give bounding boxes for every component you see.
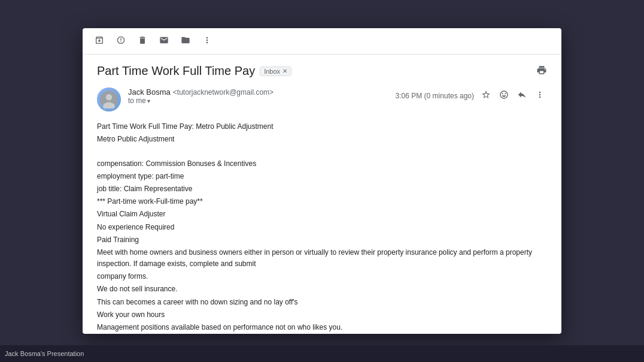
badge-close-icon[interactable]: ✕: [282, 68, 287, 74]
sender-name-row: Jack Bosma <tutorjacknetwork@gmail.com>: [128, 88, 388, 96]
email-icon[interactable]: [157, 33, 171, 49]
email-timestamp: 3:06 PM (0 minutes ago): [396, 92, 474, 100]
body-line-8: No experience Required: [97, 222, 547, 233]
delete-icon[interactable]: [135, 33, 150, 49]
body-line-7: Virtual Claim Adjuster: [97, 209, 547, 220]
email-body: Part Time Work Full Time Pay: Metro Publ…: [97, 121, 547, 334]
body-line-6: *** Part-time work-Full-time pay**: [97, 196, 547, 207]
email-content: Part Time Work Full Time Pay Inbox ✕: [83, 55, 561, 334]
email-subject-row: Part Time Work Full Time Pay Inbox ✕: [97, 64, 547, 78]
sender-email: <tutorjacknetwork@gmail.com>: [173, 88, 274, 96]
star-icon[interactable]: [479, 88, 493, 104]
body-line-2: Metro Public Adjustment: [97, 134, 547, 145]
body-line-10: Meet with home owners and business owner…: [97, 247, 547, 270]
inbox-badge[interactable]: Inbox ✕: [260, 67, 291, 76]
avatar-image: [97, 88, 121, 111]
folder-icon[interactable]: [178, 33, 193, 49]
svg-point-1: [106, 94, 113, 101]
body-line-11: company forms.: [97, 271, 547, 282]
gmail-window: Part Time Work Full Time Pay Inbox ✕: [83, 28, 561, 334]
inbox-badge-label: Inbox: [264, 68, 280, 75]
to-me[interactable]: to me ▾: [128, 96, 388, 105]
taskbar: Jack Bosma's Presentation: [0, 345, 644, 362]
archive-icon[interactable]: [92, 33, 107, 49]
chevron-down-icon: ▾: [147, 98, 150, 104]
to-me-label: to me: [128, 96, 146, 105]
body-line-12: We do not sell insurance.: [97, 283, 547, 295]
screen-background: Part Time Work Full Time Pay Inbox ✕: [0, 0, 644, 362]
emoji-icon[interactable]: [497, 88, 511, 104]
body-line-5: job title: Claim Representative: [97, 183, 547, 195]
meta-icons: [479, 88, 547, 104]
email-meta-right: 3:06 PM (0 minutes ago): [396, 88, 547, 104]
avatar: [97, 88, 121, 111]
more-options-icon[interactable]: [533, 88, 547, 104]
more-icon[interactable]: [200, 33, 214, 49]
print-icon[interactable]: [536, 65, 547, 78]
taskbar-label: Jack Bosma's Presentation: [5, 350, 84, 357]
sender-name: Jack Bosma: [128, 88, 171, 96]
body-line-3: compensation: Commission Bonuses & Incen…: [97, 158, 547, 170]
email-subject: Part Time Work Full Time Pay: [97, 64, 255, 78]
body-line-14: Work your own hours: [97, 309, 547, 321]
body-line-1: Part Time Work Full Time Pay: Metro Publ…: [97, 121, 547, 132]
body-line-15: Management positions available based on …: [97, 322, 547, 333]
sender-info: Jack Bosma <tutorjacknetwork@gmail.com> …: [128, 88, 388, 105]
body-line-4: employment type: part-time: [97, 171, 547, 182]
body-line-9: Paid Training: [97, 234, 547, 246]
window-toolbar: [83, 28, 561, 55]
body-line-13: This can becomes a career with no down s…: [97, 297, 547, 308]
sender-row: Jack Bosma <tutorjacknetwork@gmail.com> …: [97, 88, 547, 111]
report-icon[interactable]: [114, 33, 128, 49]
reply-icon[interactable]: [515, 88, 529, 104]
